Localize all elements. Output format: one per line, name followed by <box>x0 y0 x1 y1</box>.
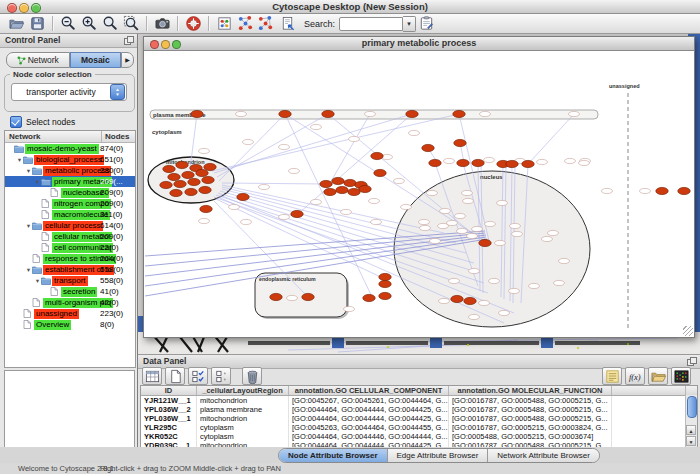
graph-node[interactable] <box>371 152 383 159</box>
graph-node[interactable] <box>322 110 334 117</box>
graph-node[interactable] <box>457 159 469 166</box>
graph-node[interactable] <box>200 205 212 212</box>
graph-node[interactable] <box>522 160 534 167</box>
annotation-icon[interactable] <box>416 15 437 33</box>
graph-node[interactable] <box>379 292 391 299</box>
float-panel-icon[interactable] <box>124 36 133 45</box>
tree-row[interactable]: Overview8(0) <box>5 319 135 330</box>
graph-node[interactable] <box>359 185 371 192</box>
table-row[interactable]: YPL036W__1mitochondrion[GO:0044464, GO:0… <box>141 414 697 423</box>
float-data-panel-icon[interactable] <box>687 357 696 366</box>
select-nodes-checkbox[interactable] <box>10 116 22 128</box>
tab-node-attribute-browser[interactable]: Node Attribute Browser <box>279 449 388 462</box>
tree-row[interactable]: ▼primary metabo209(... <box>5 176 135 187</box>
column-header[interactable]: annotation.GO CELLULAR_COMPONENT <box>289 386 449 395</box>
notes-icon[interactable] <box>602 367 622 385</box>
tree-expand-icon[interactable]: ▼ <box>16 157 23 163</box>
tree-row[interactable]: response to stimulu264(0) <box>5 253 135 264</box>
graph-node[interactable] <box>374 169 386 176</box>
new-attribute-icon[interactable] <box>165 367 185 385</box>
tab-overflow-arrow-icon[interactable]: ▶ <box>121 52 134 68</box>
tab-network[interactable]: Network <box>6 52 70 68</box>
tab-mosaic[interactable]: Mosaic <box>70 52 122 68</box>
save-session-icon[interactable] <box>27 15 48 33</box>
graph-node[interactable] <box>344 179 356 186</box>
graph-node[interactable] <box>204 163 216 170</box>
graph-node[interactable] <box>453 110 465 117</box>
graph-node[interactable] <box>185 188 197 195</box>
graph-node[interactable] <box>191 110 203 117</box>
tree-expand-icon[interactable]: ▼ <box>34 278 41 284</box>
unselect-attributes-icon[interactable] <box>211 367 231 385</box>
graph-node[interactable] <box>379 273 391 280</box>
graph-node[interactable] <box>237 193 249 200</box>
zoom-button[interactable] <box>31 3 41 13</box>
snapshot-icon[interactable] <box>152 15 173 33</box>
resize-grip[interactable] <box>683 326 693 336</box>
zoom-in-icon[interactable] <box>79 15 100 33</box>
scroll-up-icon[interactable]: ▲ <box>686 425 696 435</box>
table-row[interactable]: YJR121W__1mitochondrion[GO:0045267, GO:0… <box>141 396 697 405</box>
tree-row[interactable]: ▼establishment of lo558(0) <box>5 264 135 275</box>
graph-node[interactable] <box>656 187 668 194</box>
matrix-icon[interactable] <box>671 367 691 385</box>
tree-row[interactable]: nucleobase-209(0) <box>5 187 135 198</box>
graph-node[interactable] <box>182 171 194 178</box>
import-network-icon[interactable] <box>277 15 298 33</box>
graph-node[interactable] <box>202 176 214 183</box>
inner-minimize-button[interactable] <box>161 40 170 49</box>
tree-expand-icon[interactable]: ▼ <box>25 223 32 229</box>
zoom-out-icon[interactable] <box>58 15 79 33</box>
table-scrollbar[interactable]: ▲ ▼ <box>685 395 697 447</box>
tree-row[interactable]: macromolecule311(0) <box>5 209 135 220</box>
graph-node[interactable] <box>429 159 441 166</box>
tree-row[interactable]: ▼transport558(0) <box>5 275 135 286</box>
scrollbar-thumb[interactable] <box>687 396 697 418</box>
window-titlebar[interactable]: Cytoscape Desktop (New Session) <box>0 0 700 14</box>
select-attributes-icon[interactable] <box>188 367 208 385</box>
tree-expand-icon[interactable]: ▼ <box>25 168 32 174</box>
graph-node[interactable] <box>176 161 188 168</box>
graph-node[interactable] <box>336 186 348 193</box>
graph-node[interactable] <box>279 110 291 117</box>
tree-row[interactable]: multi-organism pro42(0) <box>5 297 135 308</box>
tree-expand-icon[interactable]: ▼ <box>34 179 41 185</box>
graph-node[interactable] <box>168 173 180 180</box>
graph-node[interactable] <box>464 297 476 304</box>
tree-row[interactable]: cell communicat22(0) <box>5 242 135 253</box>
inner-zoom-button[interactable] <box>172 40 181 49</box>
column-header[interactable]: ID <box>141 386 197 395</box>
table-row[interactable]: YKR052Ccytoplasm[GO:0044464, GO:0044446,… <box>141 432 697 441</box>
graph-node[interactable] <box>379 280 391 287</box>
node-color-attribute-select[interactable]: transporter activity ▲▼ <box>11 83 127 101</box>
graph-node[interactable] <box>479 239 491 246</box>
graph-node[interactable] <box>270 293 282 300</box>
graph-node[interactable] <box>163 165 175 172</box>
graph-node[interactable] <box>324 188 336 195</box>
search-input[interactable] <box>339 17 403 31</box>
function-fx-icon[interactable]: f(x) <box>625 367 645 385</box>
graph-node[interactable] <box>406 110 418 117</box>
graph-node[interactable] <box>422 144 434 151</box>
graph-node[interactable] <box>174 180 186 187</box>
graph-node[interactable] <box>302 293 314 300</box>
delete-attribute-icon[interactable] <box>242 367 262 385</box>
tree-expand-icon[interactable]: ▼ <box>25 267 32 273</box>
tree-row[interactable]: nitrogen compo209(0) <box>5 198 135 209</box>
graph-node[interactable] <box>199 186 211 193</box>
table-row[interactable]: YPL036W__2plasma membrane[GO:0044464, GO… <box>141 405 697 414</box>
tree-row[interactable]: cellular metabol209(0) <box>5 231 135 242</box>
layout-icon[interactable] <box>214 15 235 33</box>
graph-node[interactable] <box>196 169 208 176</box>
tree-row[interactable]: secretion41(0) <box>5 286 135 297</box>
network-window-titlebar[interactable]: primary metabolic process <box>144 37 694 51</box>
open-session-icon[interactable] <box>6 15 27 33</box>
graph-node[interactable] <box>678 187 690 194</box>
help-ring-icon[interactable] <box>183 15 204 33</box>
tree-row[interactable]: ▼cellular process614(0) <box>5 220 135 231</box>
graph-node[interactable] <box>320 180 332 187</box>
zoom-selected-icon[interactable] <box>121 15 142 33</box>
graph-node[interactable] <box>363 294 375 301</box>
scroll-down-icon[interactable]: ▼ <box>686 436 696 446</box>
tab-network-attribute-browser[interactable]: Network Attribute Browser <box>488 449 598 462</box>
